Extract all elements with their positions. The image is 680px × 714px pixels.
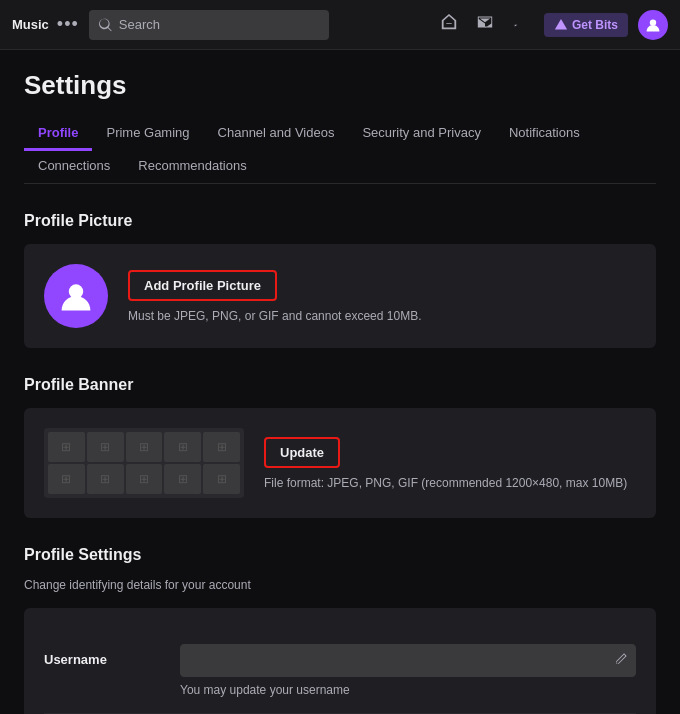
avatar-icon [58,278,94,314]
banner-tile: ⊞ [126,464,163,494]
brand-label: Music [12,17,49,32]
tab-security-and-privacy[interactable]: Security and Privacy [348,117,495,151]
profile-settings-subtitle: Change identifying details for your acco… [24,578,656,592]
banner-tile: ⊞ [203,464,240,494]
banner-tile: ⊞ [87,464,124,494]
profile-settings-card: Username You may update your username Di… [24,608,656,714]
username-field-row: Username You may update your username [44,628,636,714]
tab-channel-and-videos[interactable]: Channel and Videos [204,117,349,151]
get-bits-button[interactable]: Get Bits [544,13,628,37]
search-input[interactable] [119,17,319,32]
username-input-wrap [180,644,636,677]
profile-picture-card: Add Profile Picture Must be JPEG, PNG, o… [24,244,656,348]
svg-marker-0 [555,18,567,29]
profile-pic-info: Add Profile Picture Must be JPEG, PNG, o… [128,270,421,323]
avatar-preview [44,264,108,328]
nav-left: Music ••• [12,14,79,35]
search-bar [89,10,329,40]
nav-right: Get Bits [436,9,668,40]
chat-button[interactable] [508,9,534,40]
banner-tile: ⊞ [87,432,124,462]
banner-info: Update File format: JPEG, PNG, GIF (reco… [264,437,627,490]
profile-settings-title: Profile Settings [24,546,656,564]
banner-tile: ⊞ [203,432,240,462]
banner-tile: ⊞ [164,432,201,462]
banner-tile: ⊞ [126,432,163,462]
profile-pic-area: Add Profile Picture Must be JPEG, PNG, o… [44,264,636,328]
top-navigation: Music ••• Get Bits [0,0,680,50]
more-icon[interactable]: ••• [57,14,79,35]
update-banner-button[interactable]: Update [264,437,340,468]
banner-preview: ⊞ ⊞ ⊞ ⊞ ⊞ ⊞ ⊞ ⊞ ⊞ ⊞ [44,428,244,498]
username-label: Username [44,644,164,667]
mail-button[interactable] [472,9,498,40]
svg-point-1 [650,19,656,25]
username-edit-icon[interactable] [614,652,628,669]
page-title: Settings [24,70,656,101]
username-input[interactable] [180,644,636,677]
user-avatar[interactable] [638,10,668,40]
username-field-right: You may update your username [180,644,636,697]
inbox-button[interactable] [436,9,462,40]
banner-tile: ⊞ [164,464,201,494]
banner-area: ⊞ ⊞ ⊞ ⊞ ⊞ ⊞ ⊞ ⊞ ⊞ ⊞ Update File format: … [44,428,636,498]
settings-tabs: Profile Prime Gaming Channel and Videos … [24,117,656,184]
tab-profile[interactable]: Profile [24,117,92,151]
tab-connections[interactable]: Connections [24,150,124,184]
add-profile-picture-button[interactable]: Add Profile Picture [128,270,277,301]
profile-picture-title: Profile Picture [24,212,656,230]
username-hint: You may update your username [180,683,636,697]
tab-prime-gaming[interactable]: Prime Gaming [92,117,203,151]
tab-recommendations[interactable]: Recommendations [124,150,260,184]
banner-tile: ⊞ [48,432,85,462]
profile-picture-hint: Must be JPEG, PNG, or GIF and cannot exc… [128,309,421,323]
profile-banner-card: ⊞ ⊞ ⊞ ⊞ ⊞ ⊞ ⊞ ⊞ ⊞ ⊞ Update File format: … [24,408,656,518]
banner-tile: ⊞ [48,464,85,494]
profile-banner-title: Profile Banner [24,376,656,394]
tab-notifications[interactable]: Notifications [495,117,594,151]
settings-page: Settings Profile Prime Gaming Channel an… [0,50,680,714]
banner-hint: File format: JPEG, PNG, GIF (recommended… [264,476,627,490]
search-icon [99,18,113,32]
